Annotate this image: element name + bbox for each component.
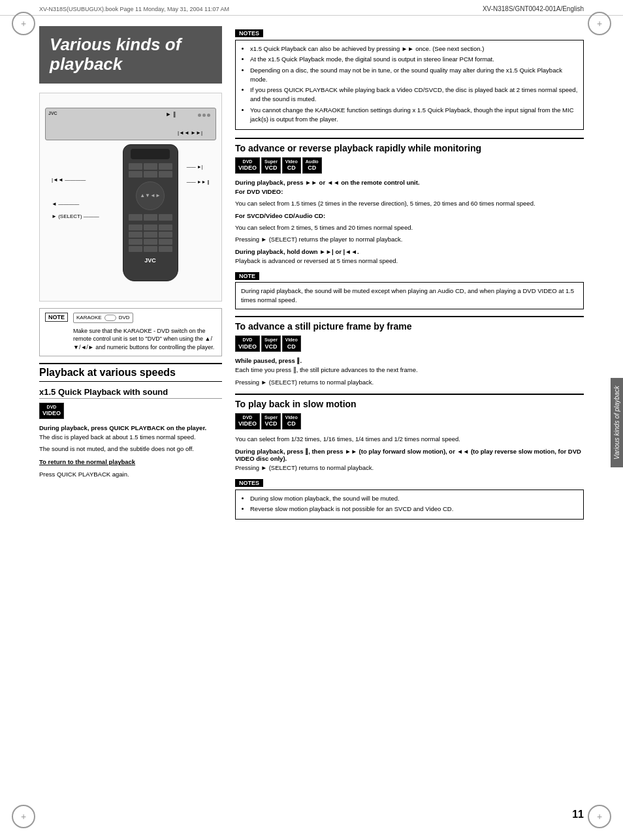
notes-sm-header: NOTES <box>235 479 263 487</box>
badge-super-vcd: Super VCD <box>261 157 281 174</box>
notes-sm-item-2: Reverse slow motion playback is not poss… <box>250 505 578 514</box>
badge-dvd-sf: DVD VIDEO <box>235 335 260 352</box>
divider-still-frame <box>235 316 584 317</box>
slow-motion-select: Pressing ► (SELECT) returns to normal pl… <box>235 463 584 473</box>
indicator-dots <box>198 114 210 117</box>
note-rapid-box: During rapid playback, the sound will be… <box>235 282 584 310</box>
divider-advance-reverse <box>235 138 584 139</box>
advance-reverse-badges: DVD VIDEO Super VCD Video CD Audio CD <box>235 157 584 174</box>
corner-decoration-bl <box>12 805 35 828</box>
slow-motion-intro: You can select from 1/32 times, 1/16 tim… <box>235 435 584 444</box>
x15-text1: The disc is played back at about 1.5 tim… <box>39 433 222 442</box>
note-rapid-header: NOTE <box>235 272 259 280</box>
slow-motion-badges: DVD VIDEO Super VCD Video CD <box>235 413 584 429</box>
dvd-label: DVD <box>119 315 130 320</box>
title-box: Various kinds of playback <box>39 26 222 84</box>
slow-motion-title: To play back in slow motion <box>235 399 584 409</box>
note-label: NOTE <box>45 313 68 322</box>
play-pause-indicator: ► ‖ <box>166 111 176 117</box>
note-box: NOTE KARAOKE DVD Make sure that the KARA… <box>39 308 222 356</box>
dvd-badge-group: DVD VIDEO <box>39 403 222 419</box>
remote-sensor <box>131 149 170 159</box>
notes-list: x1.5 Quick Playback can also be achieved… <box>241 44 578 124</box>
page-title: Various kinds of playback <box>50 35 212 74</box>
note-item-4: If you press QUICK PLAYBACK while playin… <box>250 86 578 104</box>
page-number: 11 <box>572 809 584 820</box>
advance-reverse-instruction: During playback, press ►► or ◄◄ on the r… <box>235 179 584 186</box>
notes-header: NOTES <box>235 29 263 37</box>
remote-middle-buttons <box>123 213 178 222</box>
still-frame-badges: DVD VIDEO Super VCD Video CD <box>235 335 584 352</box>
advance-reverse-title: To advance or reverse playback rapidly w… <box>235 143 584 153</box>
note-rapid-section: NOTE During rapid playback, the sound wi… <box>235 272 584 310</box>
note-item-2: At the x1.5 Quick Playback mode, the dig… <box>250 55 578 64</box>
x15-text2: The sound is not muted, and the subtitle… <box>39 444 222 454</box>
right-column: NOTES x1.5 Quick Playback can also be ac… <box>235 16 584 527</box>
still-frame-select: Pressing ► (SELECT) returns to normal pl… <box>235 378 584 387</box>
corner-decoration-br <box>588 805 611 828</box>
remote-label-select: ► (SELECT) ——— <box>52 213 99 219</box>
main-content: Various kinds of playback QUICK PLAYBACK… <box>0 16 623 527</box>
remote-nav-circle: ▲▼◄► <box>136 181 165 210</box>
badge-super-sf: Super VCD <box>261 335 281 352</box>
badge-video-sf: Video CD <box>282 335 301 352</box>
prev-next-buttons: |◄◄ ►►| <box>178 130 202 136</box>
vertical-tab: Various kinds of playback <box>611 378 623 467</box>
remote-top-buttons <box>123 162 178 179</box>
badge-video-cd: Video CD <box>282 157 301 174</box>
note-item-1: x1.5 Quick Playback can also be achieved… <box>250 44 578 54</box>
notes-box: x1.5 Quick Playback can also be achieved… <box>235 40 584 130</box>
playback-speeds-section: Playback at various speeds x1.5 Quick Pl… <box>39 363 222 479</box>
for-dvd-label: For DVD VIDEO: <box>235 187 584 196</box>
corner-decoration-tr <box>588 12 611 35</box>
notes-sm-list: During slow motion playback, the sound w… <box>241 494 578 514</box>
return-text: Press QUICK PLAYBACK again. <box>39 470 222 479</box>
badge-audio-cd: Audio CD <box>302 157 322 174</box>
notes-section-top: NOTES x1.5 Quick Playback can also be ac… <box>235 29 584 130</box>
karaoke-label: KARAOKE <box>76 315 102 320</box>
return-label: To return to the normal playback <box>39 458 222 467</box>
badge-dvd: DVD VIDEO <box>39 403 64 419</box>
remote-right-labels: —— ►| —— ►► ‖ <box>187 164 210 185</box>
note-item-5: You cannot change the KARAOKE function s… <box>250 106 578 125</box>
remote-label-back: ◄ ———— <box>52 201 99 207</box>
hold-down-bold: During playback, hold down ►►| or |◄◄. <box>235 248 584 255</box>
for-dvd-text: You can select from 1.5 times (2 times i… <box>235 199 584 208</box>
playback-speeds-heading: Playback at various speeds <box>39 363 222 382</box>
remote-labels: |◄◄ ———— ◄ ———— ► (SELECT) ——— <box>52 177 99 219</box>
jvc-logo: JVC <box>48 111 57 116</box>
notes-sm-box: During slow motion playback, the sound w… <box>235 490 584 520</box>
left-column: Various kinds of playback QUICK PLAYBACK… <box>39 16 222 527</box>
slow-motion-instruction: During playback, press ‖, then press ►► … <box>235 448 584 462</box>
dvd-player-illustration: JVC ► ‖ |◄◄ ►►| <box>45 108 216 140</box>
divider-slow-motion <box>235 394 584 395</box>
notes-sm-item-1: During slow motion playback, the sound w… <box>250 494 578 503</box>
device-image-area: QUICK PLAYBACK JVC ► ‖ |◄◄ ►►| <box>39 93 222 302</box>
select-returns-1: Pressing ► (SELECT) returns the player t… <box>235 235 584 244</box>
remote-number-pad <box>123 223 178 253</box>
badge-dvd-sm: DVD VIDEO <box>235 413 260 429</box>
corner-decoration-tl <box>12 12 35 35</box>
karaoke-switch: KARAOKE DVD <box>73 313 133 323</box>
remote-jvc-logo: JVC <box>123 257 178 264</box>
remote-control-body: ▲▼◄► <box>123 144 178 281</box>
x15-subheading: x1.5 Quick Playback with sound <box>39 387 222 399</box>
remote-label-prev: |◄◄ ———— <box>52 177 99 183</box>
for-svcd-text: You can select from 2 times, 5 times and… <box>235 223 584 232</box>
still-frame-instruction: While paused, press ‖. <box>235 357 584 364</box>
badge-super-sm: Super VCD <box>261 413 281 429</box>
badge-video-sm: Video CD <box>282 413 301 429</box>
for-svcd-label: For SVCD/Video CD/Audio CD: <box>235 211 584 221</box>
file-info: XV-N318S(USUBUGUX).book Page 11 Monday, … <box>39 6 229 12</box>
x15-instruction-bold: During playback, press QUICK PLAYBACK on… <box>39 424 222 431</box>
switch-oval <box>104 315 116 321</box>
note-item-3: Depending on a disc, the sound may not b… <box>250 66 578 85</box>
still-frame-text: Each time you press ‖, the still picture… <box>235 366 584 375</box>
page-header: XV-N318S(USUBUGUX).book Page 11 Monday, … <box>0 0 623 16</box>
note-rapid-text: During rapid playback, the sound will be… <box>241 287 578 305</box>
badge-dvd-video: DVD VIDEO <box>235 157 260 174</box>
document-title: XV-N318S/GNT0042-001A/English <box>483 5 584 12</box>
return-to-normal-label: To return to the normal playback <box>39 458 135 465</box>
note-text: Make sure that the KARAOKE - DVD switch … <box>73 327 216 352</box>
notes-slow-motion: NOTES During slow motion playback, the s… <box>235 478 584 520</box>
